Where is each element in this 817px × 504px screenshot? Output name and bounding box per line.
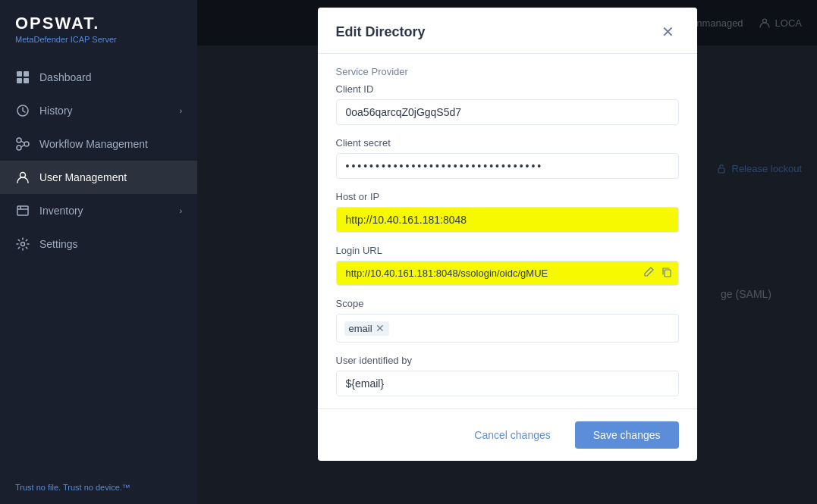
sidebar-item-user-management-label: User Management — [39, 171, 127, 183]
svg-rect-1 — [24, 71, 29, 77]
client-secret-label: Client secret — [336, 137, 679, 149]
user-identified-label-bold: identified by — [360, 355, 412, 366]
history-icon — [15, 103, 30, 118]
sidebar-item-history[interactable]: History › — [0, 94, 197, 127]
svg-point-7 — [17, 146, 21, 150]
scope-tag-close-button[interactable]: ✕ — [376, 323, 385, 333]
svg-rect-2 — [17, 78, 22, 83]
sidebar-item-history-label: History — [39, 105, 73, 117]
footer-text-after: no device.™ — [82, 483, 130, 492]
sidebar-item-settings[interactable]: Settings — [0, 227, 197, 261]
svg-rect-17 — [665, 270, 671, 277]
user-identified-group: User identified by — [336, 355, 679, 396]
sidebar-nav: Dashboard History › — [0, 53, 197, 471]
client-id-input[interactable] — [336, 99, 679, 125]
client-secret-group: Client secret — [336, 137, 679, 179]
user-icon — [15, 170, 30, 185]
sidebar-footer: Trust no file. Trust no device.™ — [0, 471, 197, 504]
scope-group: Scope email ✕ — [336, 298, 679, 343]
settings-icon — [15, 236, 30, 252]
svg-point-6 — [24, 142, 29, 146]
app-logo: OPSWAT. — [15, 14, 182, 33]
copy-url-icon[interactable] — [661, 266, 673, 281]
svg-rect-3 — [24, 78, 29, 83]
scope-input-wrapper[interactable]: email ✕ — [336, 314, 679, 343]
section-title: Service Provider — [336, 54, 679, 83]
modal-overlay: Edit Directory ✕ Service Provider Client… — [197, 0, 817, 504]
login-url-label: Login URL — [336, 245, 679, 256]
grid-icon — [15, 70, 30, 85]
sidebar-item-workflow-label: Workflow Management — [39, 138, 148, 150]
scope-tag-label: email — [349, 323, 372, 334]
workflow-icon — [15, 136, 30, 152]
host-ip-input[interactable] — [336, 207, 679, 233]
sidebar-item-dashboard[interactable]: Dashboard — [0, 61, 197, 94]
host-ip-label: Host or IP — [336, 191, 679, 202]
sidebar: OPSWAT. MetaDefender ICAP Server Dashboa… — [0, 0, 197, 504]
app-subtitle: MetaDefender ICAP Server — [15, 35, 182, 44]
sidebar-item-workflow[interactable]: Workflow Management — [0, 127, 197, 161]
svg-rect-11 — [17, 206, 28, 215]
modal-body: Service Provider Client ID Client secret… — [318, 54, 697, 409]
footer-text-before: Trust no file. — [15, 483, 63, 492]
sidebar-item-user-management[interactable]: User Management — [0, 161, 197, 194]
edit-directory-modal: Edit Directory ✕ Service Provider Client… — [318, 8, 697, 461]
client-secret-input[interactable] — [336, 153, 679, 179]
user-identified-label: User identified by — [336, 355, 679, 366]
save-button[interactable]: Save changes — [575, 421, 679, 449]
main-content: Unmanaged LOCA ge (SAML) Release lockout… — [197, 0, 817, 504]
svg-line-8 — [21, 141, 24, 143]
modal-close-button[interactable]: ✕ — [657, 23, 679, 41]
sidebar-item-inventory[interactable]: Inventory › — [0, 194, 197, 227]
scope-tag-email: email ✕ — [344, 321, 389, 336]
login-url-group: Login URL — [336, 245, 679, 286]
chevron-right-icon: › — [180, 107, 182, 115]
cancel-button[interactable]: Cancel changes — [459, 421, 565, 449]
login-url-actions — [643, 266, 673, 281]
inventory-icon — [15, 203, 30, 218]
logo-area: OPSWAT. MetaDefender ICAP Server — [0, 0, 197, 53]
user-identified-input[interactable] — [336, 371, 679, 396]
svg-point-5 — [17, 138, 21, 142]
login-url-wrapper — [336, 261, 679, 286]
user-identified-label-main: User — [336, 355, 360, 366]
host-ip-group: Host or IP — [336, 191, 679, 233]
edit-url-icon[interactable] — [643, 266, 655, 281]
chevron-right-icon-inventory: › — [180, 207, 182, 215]
modal-header: Edit Directory ✕ — [318, 8, 697, 54]
svg-line-9 — [21, 145, 24, 147]
sidebar-item-settings-label: Settings — [39, 238, 78, 250]
svg-point-14 — [21, 243, 25, 246]
client-id-group: Client ID — [336, 83, 679, 125]
svg-rect-0 — [17, 71, 22, 77]
client-id-label: Client ID — [336, 83, 679, 95]
login-url-input[interactable] — [336, 261, 679, 286]
modal-footer: Cancel changes Save changes — [318, 409, 697, 461]
modal-title: Edit Directory — [336, 24, 426, 40]
footer-trust-link: Trust — [63, 483, 82, 492]
sidebar-item-inventory-label: Inventory — [39, 205, 83, 217]
sidebar-item-dashboard-label: Dashboard — [39, 71, 92, 83]
scope-label: Scope — [336, 298, 679, 309]
